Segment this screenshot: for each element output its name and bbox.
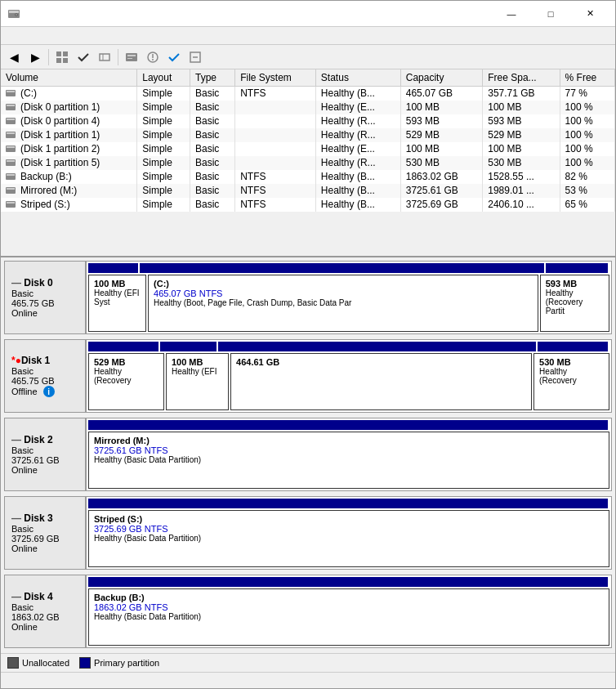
col-free[interactable]: Free Spa... [483,69,560,86]
disk-row: — Disk 2Basic3725.61 GBOnlineMirrored (M… [4,418,612,491]
col-filesystem[interactable]: File System [235,69,316,86]
disk-name: — Disk 2 [11,434,78,445]
cell-capacity: 100 MB [400,101,482,114]
table-row[interactable]: (Disk 0 partition 1) Simple Basic Health… [1,101,615,114]
cell-type: Basic [190,86,234,101]
disk-type: Basic [11,289,78,298]
svg-rect-25 [7,132,15,134]
table-row[interactable]: (Disk 0 partition 4) Simple Basic Health… [1,114,615,128]
cell-pct: 100 % [560,114,614,128]
maximize-button[interactable]: □ [532,1,569,27]
disk-status: Online [11,465,78,475]
title-bar: — □ ✕ [1,1,615,27]
cell-free: 1528.55 ... [483,170,560,184]
partition-status: Healthy (EFI [172,367,223,376]
cell-fs: NTFS [235,170,316,184]
cell-capacity: 100 MB [400,142,482,156]
col-capacity[interactable]: Capacity [400,69,482,86]
table-row[interactable]: Mirrored (M:) Simple Basic NTFS Healthy … [1,184,615,198]
table-row[interactable]: (C:) Simple Basic NTFS Healthy (B... 465… [1,86,615,101]
toolbar-separator-1 [48,49,49,65]
partition-block[interactable]: Mirrored (M:)3725.61 GB NTFSHealthy (Bas… [88,432,609,489]
cell-layout: Simple [137,86,190,101]
partition-block[interactable]: Striped (S:)3725.69 GB NTFSHealthy (Basi… [88,510,609,567]
partition-block[interactable]: Backup (B:)1863.02 GB NTFSHealthy (Basic… [88,588,609,646]
toolbar-btn-9[interactable] [185,47,205,67]
cell-free: 100 MB [483,142,560,156]
partition-size: 100 MB [172,357,223,367]
cell-volume: (Disk 0 partition 4) [1,114,137,128]
partition-block[interactable]: 464.61 GB [230,353,532,410]
col-layout[interactable]: Layout [137,69,190,86]
forward-button[interactable]: ▶ [25,47,45,67]
legend-unallocated: Unallocated [7,657,69,669]
partition-block[interactable]: 100 MBHealthy (EFI Syst [88,275,146,332]
disk-type: Basic [11,602,78,612]
table-row[interactable]: (Disk 1 partition 5) Simple Basic Health… [1,156,615,170]
cell-pct: 82 % [560,170,614,184]
toolbar-btn-6[interactable] [122,47,141,67]
cell-status: Healthy (R... [315,156,400,170]
cell-fs: NTFS [235,86,316,101]
partition-block[interactable]: 100 MBHealthy (EFI [166,353,229,410]
partition-status: Healthy (Basic Data Partition) [94,534,604,543]
menu-view[interactable] [29,27,42,45]
partition-size: (C:) [154,279,533,289]
col-status[interactable]: Status [315,69,400,86]
cell-type: Basic [190,101,234,114]
table-row[interactable]: (Disk 1 partition 2) Simple Basic Health… [1,142,615,156]
col-volume[interactable]: Volume [1,69,137,86]
disk-label-4: — Disk 4Basic1863.02 GBOnline [5,575,87,647]
partition-block[interactable]: 530 MBHealthy (Recovery [533,353,609,410]
cell-pct: 100 % [560,128,614,142]
back-button[interactable]: ◀ [4,47,24,67]
col-pct[interactable]: % Free [560,69,614,86]
minimize-button[interactable]: — [493,1,530,27]
disk-label-3: — Disk 3Basic3725.69 GBOnline [5,497,87,569]
disk-type: Basic [11,445,78,455]
menu-action[interactable] [16,27,29,45]
volume-table: Volume Layout Type File System Status Ca… [1,69,615,212]
partition-label: 1863.02 GB NTFS [94,602,604,612]
toolbar-btn-5[interactable] [95,47,114,67]
partition-block[interactable]: (C:)465.07 GB NTFSHealthy (Boot, Page Fi… [148,275,538,332]
cell-volume: Backup (B:) [1,170,137,184]
cell-free: 530 MB [483,156,560,170]
cell-type: Basic [190,128,234,142]
partition-status: Healthy (Boot, Page File, Crash Dump, Ba… [154,298,533,307]
svg-rect-35 [7,202,15,204]
table-row[interactable]: Backup (B:) Simple Basic NTFS Healthy (B… [1,170,615,184]
svg-rect-29 [7,160,15,162]
menu-file[interactable] [2,27,16,45]
col-type[interactable]: Type [190,69,234,86]
cell-fs [235,142,316,156]
toolbar-btn-8[interactable] [164,47,184,67]
toolbar-btn-7[interactable] [143,47,163,67]
svg-rect-19 [7,91,15,92]
menu-help[interactable] [42,27,55,45]
disk-partitions: Mirrored (M:)3725.61 GB NTFSHealthy (Bas… [88,432,609,489]
disk-size: 465.75 GB [11,376,78,386]
disk-map-area: Striped (S:)3725.69 GB NTFSHealthy (Basi… [87,497,611,569]
svg-rect-21 [7,105,15,106]
disk-map-area: 529 MBHealthy (Recovery100 MBHealthy (EF… [87,340,611,412]
toolbar-btn-3[interactable] [52,47,72,67]
partition-block[interactable]: 529 MBHealthy (Recovery [88,353,164,410]
disk-label-0: — Disk 0Basic465.75 GBOnline [5,262,87,333]
partition-size: 100 MB [94,279,141,289]
cell-volume: Mirrored (M:) [1,184,137,198]
partition-label: 465.07 GB NTFS [154,289,533,298]
close-button[interactable]: ✕ [571,1,609,27]
partition-status: Healthy (Basic Data Partition) [94,455,604,464]
toolbar-btn-4[interactable] [74,47,93,67]
disk-name: *●Disk 1 [11,355,78,366]
table-row[interactable]: (Disk 1 partition 1) Simple Basic Health… [1,128,615,142]
partition-block[interactable]: 593 MBHealthy (Recovery Partit [540,275,609,332]
disk-partitions: 529 MBHealthy (Recovery100 MBHealthy (EF… [88,353,609,410]
disk-bar [88,263,609,273]
table-row[interactable]: Striped (S:) Simple Basic NTFS Healthy (… [1,198,615,212]
cell-volume: Striped (S:) [1,198,137,212]
disk-row: *●Disk 1Basic465.75 GBOffline i529 MBHea… [4,339,612,413]
legend-unallocated-box [7,657,19,669]
cell-type: Basic [190,184,234,198]
